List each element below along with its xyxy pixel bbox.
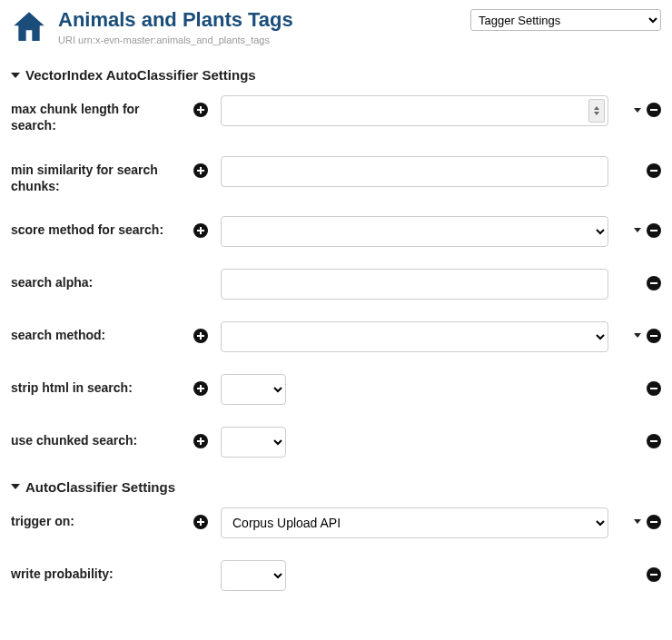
section-vectorindex-title: VectorIndex AutoClassifier Settings (25, 67, 256, 83)
remove-icon[interactable] (647, 163, 661, 178)
remove-icon[interactable] (647, 329, 661, 343)
add-icon[interactable] (193, 163, 208, 178)
field-use-chunked: use chunked search: (11, 427, 661, 458)
chevron-down-icon[interactable] (634, 228, 641, 232)
write-probability-select[interactable] (221, 560, 286, 591)
remove-icon[interactable] (647, 567, 661, 582)
trigger-on-select[interactable]: Corpus Upload API (221, 507, 608, 538)
label-write-probability: write probability: (11, 560, 188, 582)
title-block: Animals and Plants Tags URI urn:x-evn-ma… (58, 9, 460, 45)
label-search-alpha: search alpha: (11, 269, 188, 290)
add-icon[interactable] (193, 103, 208, 117)
chevron-down-icon[interactable] (634, 108, 641, 113)
score-method-select[interactable] (221, 216, 608, 247)
field-search-alpha: search alpha: (11, 269, 661, 300)
spinner-up-icon (594, 106, 599, 110)
label-search-method: search method: (11, 321, 188, 343)
remove-icon[interactable] (647, 223, 661, 238)
add-icon[interactable] (193, 329, 208, 343)
chevron-down-icon[interactable] (634, 333, 641, 338)
search-alpha-input[interactable] (221, 269, 608, 300)
label-trigger-on: trigger on: (11, 507, 188, 529)
section-autoclassifier-title: AutoClassifier Settings (25, 479, 175, 495)
use-chunked-select[interactable] (221, 427, 286, 458)
max-chunk-input[interactable] (221, 95, 608, 126)
number-spinner[interactable] (588, 99, 605, 123)
field-strip-html: strip html in search: (11, 374, 661, 405)
collapse-caret-icon (11, 484, 20, 489)
field-score-method: score method for search: (11, 216, 661, 247)
field-trigger-on: trigger on: Corpus Upload API (11, 507, 661, 538)
add-icon[interactable] (193, 223, 208, 238)
remove-icon[interactable] (647, 276, 661, 290)
section-vectorindex-header[interactable]: VectorIndex AutoClassifier Settings (11, 67, 661, 83)
home-icon[interactable] (11, 9, 47, 45)
remove-icon[interactable] (647, 381, 661, 396)
label-use-chunked: use chunked search: (11, 427, 188, 448)
field-max-chunk: max chunk length for search: (11, 95, 661, 133)
page-header: Animals and Plants Tags URI urn:x-evn-ma… (11, 9, 661, 45)
remove-icon[interactable] (647, 434, 661, 448)
label-score-method: score method for search: (11, 216, 188, 238)
settings-mode-select[interactable]: Tagger Settings (470, 9, 661, 31)
remove-icon[interactable] (647, 103, 661, 117)
strip-html-select[interactable] (221, 374, 286, 405)
field-min-similarity: min similarity for search chunks: (11, 156, 661, 194)
page-title: Animals and Plants Tags (58, 9, 460, 31)
remove-icon[interactable] (647, 515, 661, 529)
label-strip-html: strip html in search: (11, 374, 188, 396)
label-min-similarity: min similarity for search chunks: (11, 156, 188, 194)
field-write-probability: write probability: (11, 560, 661, 591)
search-method-select[interactable] (221, 321, 608, 352)
label-max-chunk: max chunk length for search: (11, 95, 188, 133)
chevron-down-icon[interactable] (634, 519, 641, 524)
min-similarity-input[interactable] (221, 156, 608, 187)
uri-value: urn:x-evn-master:animals_and_plants_tags (78, 34, 270, 45)
field-search-method: search method: (11, 321, 661, 352)
uri-label: URI (58, 34, 75, 45)
add-icon[interactable] (193, 515, 208, 529)
collapse-caret-icon (11, 73, 20, 78)
spinner-down-icon (594, 112, 599, 115)
add-icon[interactable] (193, 381, 208, 396)
add-icon[interactable] (193, 434, 208, 448)
uri-line: URI urn:x-evn-master:animals_and_plants_… (58, 34, 460, 45)
section-autoclassifier-header[interactable]: AutoClassifier Settings (11, 479, 661, 495)
